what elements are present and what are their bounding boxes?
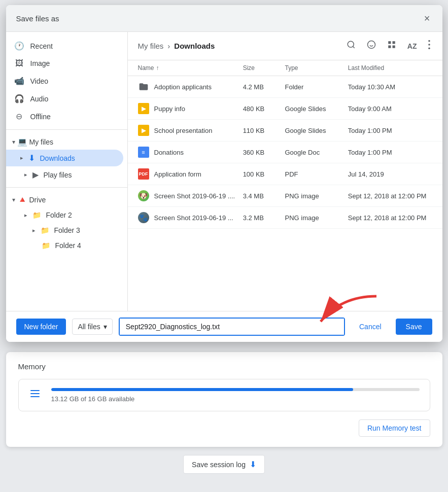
svg-point-0 [348,41,354,47]
drive-header[interactable]: ▾ 🔺 Drive [6,192,127,207]
svg-rect-6 [392,41,395,44]
file-modified: Today 9:00 AM [348,105,432,113]
folder3-chevron: ▸ [32,227,36,234]
col-size: Size [243,64,285,72]
drive-chevron: ▾ [12,196,15,203]
table-row[interactable]: ▶ Puppy info 480 KB Google Slides Today … [128,98,442,120]
sidebar-item-downloads[interactable]: ▸ ⬇ Downloads [6,150,123,166]
table-row[interactable]: ≡ Donations 360 KB Google Doc Today 1:00… [128,142,442,163]
sort-button[interactable]: AZ [405,39,419,53]
close-button[interactable]: × [422,12,432,24]
sidebar-divider [6,129,127,130]
file-size: 4.2 MB [243,83,285,91]
sidebar-item-offline[interactable]: ⊖ Offline [6,108,127,125]
toolbar-icons: AZ [344,38,432,54]
memory-text: 13.12 GB of 16 GB available [51,395,420,403]
svg-point-11 [428,47,430,49]
table-row[interactable]: 🐶 Screen Shot 2019-06-19 .... 3.4 MB PNG… [128,185,442,207]
file-list-header: Name ↑ Size Type Last Modified [128,60,442,76]
file-type: PNG image [285,192,348,200]
breadcrumb-separator: › [167,42,170,50]
file-modified: Today 1:00 PM [348,149,432,156]
svg-rect-14 [30,393,40,394]
folder2-label: Folder 2 [46,211,72,219]
sidebar-item-folder2[interactable]: ▸ 📁 Folder 2 [6,207,127,223]
play-icon: ▶ [32,170,39,180]
search-button[interactable] [344,38,358,54]
clock-icon: 🕐 [14,41,24,51]
dialog-title: Save files as [16,14,59,23]
play-files-chevron: ▸ [24,171,27,178]
svg-line-1 [353,46,354,48]
sidebar-item-folder4[interactable]: 📁 Folder 4 [6,238,127,253]
grid-view-button[interactable] [385,38,398,54]
folder3-label: Folder 3 [54,226,80,234]
sidebar-item-audio[interactable]: 🎧 Audio [6,90,127,108]
more-options-button[interactable] [426,38,432,54]
save-session-download-icon: ⬇ [250,460,256,469]
drive-label: Drive [29,196,46,204]
file-name: Puppy info [154,105,185,113]
file-size: 3.2 MB [243,214,285,222]
breadcrumb-parent[interactable]: My files [138,42,164,50]
save-session-button[interactable]: Save session log ⬇ [183,455,265,474]
svg-rect-8 [392,46,395,48]
sidebar-item-image[interactable]: 🖼 Image [6,55,127,72]
save-button[interactable]: Save [396,319,432,335]
sidebar-item-label-audio: Audio [30,95,49,103]
folder4-label: Folder 4 [55,241,81,250]
file-name: Screen Shot 2019-06-19 .... [154,192,235,200]
my-files-header[interactable]: ▾ 💻 My files [6,134,127,150]
file-name: Application form [154,170,201,178]
cancel-button[interactable]: Cancel [351,319,390,335]
emoji-button[interactable] [365,38,378,54]
file-type-select[interactable]: All files ▾ [72,319,112,335]
folder2-chevron: ▸ [24,212,27,219]
svg-rect-15 [30,396,40,397]
col-name[interactable]: Name ↑ [138,64,243,72]
my-files-chevron: ▾ [12,138,15,146]
run-memory-test-button[interactable]: Run Memory test [359,419,430,437]
dialog-footer: New folder All files ▾ Cancel Save [6,311,442,342]
play-files-label: Play files [44,171,72,179]
file-type: PDF [285,170,348,178]
sidebar-item-label-video: Video [30,77,49,85]
image-thumb-2: 🐾 [138,212,149,223]
sidebar-item-folder3[interactable]: ▸ 📁 Folder 3 [6,223,127,238]
filename-input[interactable] [120,319,344,335]
sidebar: 🕐 Recent 🖼 Image 📹 Video 🎧 Audio ⊖ [6,32,128,311]
memory-footer: Run Memory test [18,419,430,437]
table-row[interactable]: PDF Application form 100 KB PDF Jul 14, … [128,163,442,185]
sidebar-item-label-recent: Recent [30,42,53,50]
save-session-label: Save session log [192,461,246,469]
svg-rect-5 [388,41,391,44]
sidebar-item-label-image: Image [30,59,50,67]
file-modified: Sept 12, 2018 at 12:00 PM [348,192,432,200]
memory-title: Memory [18,362,430,371]
folder4-icon: 📁 [42,241,50,250]
svg-point-2 [367,41,375,49]
table-row[interactable]: Adoption applicants 4.2 MB Folder Today … [128,76,442,98]
sidebar-item-video[interactable]: 📹 Video [6,72,127,90]
file-size: 100 KB [243,170,285,178]
file-toolbar: My files › Downloads [128,32,442,60]
drive-icon: 🔺 [17,195,27,204]
memory-bar-track [51,388,420,391]
file-name: Adoption applicants [154,83,212,91]
table-row[interactable]: ▶ School presentation 110 KB Google Slid… [128,120,442,142]
filename-input-wrapper [119,318,345,336]
sidebar-item-play-files[interactable]: ▸ ▶ Play files [6,166,127,183]
file-list: Adoption applicants 4.2 MB Folder Today … [128,76,442,311]
sidebar-item-recent[interactable]: 🕐 Recent [6,37,127,55]
file-type: Folder [285,83,348,91]
downloads-label: Downloads [40,154,75,162]
new-folder-button[interactable]: New folder [16,319,66,335]
image-thumb-1: 🐶 [138,190,149,201]
file-modified: Jul 14, 2019 [348,170,432,178]
sidebar-divider-2 [6,187,127,188]
table-row[interactable]: 🐾 Screen Shot 2019-06-19 ... 3.2 MB PNG … [128,207,442,229]
pdf-icon: PDF [138,168,149,180]
svg-rect-13 [30,390,40,391]
file-name: School presentation [154,127,213,134]
breadcrumb-current: Downloads [174,42,215,50]
